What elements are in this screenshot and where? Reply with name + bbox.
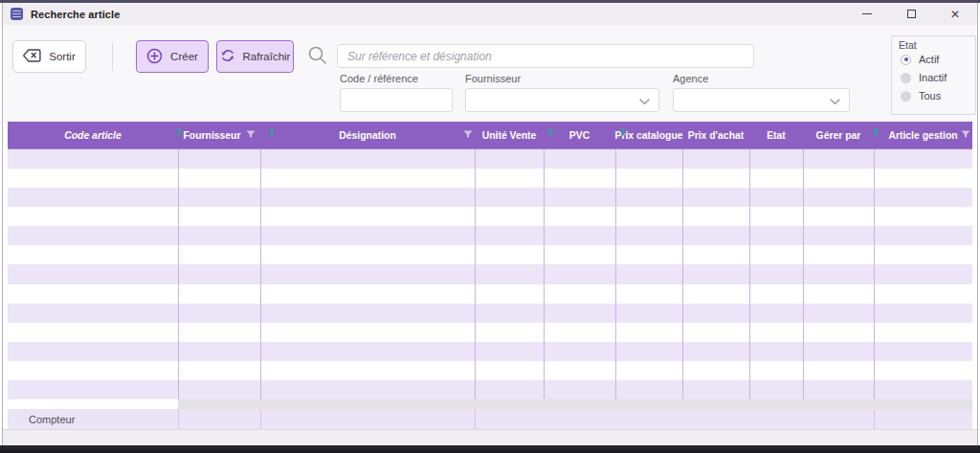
radio-icon xyxy=(901,73,911,83)
minimize-icon xyxy=(862,13,872,14)
column-separator xyxy=(682,149,683,399)
minimize-button[interactable] xyxy=(845,3,889,25)
toolbar: Sortir Créer Rafraîchir Code / référence… xyxy=(3,25,977,122)
table-row[interactable] xyxy=(8,264,972,283)
counter-label: Compteur xyxy=(29,414,75,425)
header-cell-3[interactable]: Unité Vente xyxy=(475,122,544,148)
header-cell-1[interactable]: Fournisseur xyxy=(178,122,260,148)
table-row[interactable] xyxy=(8,361,972,380)
column-separator xyxy=(615,149,616,399)
search-icon xyxy=(307,45,328,66)
double-arrow-icon xyxy=(269,123,275,140)
create-button[interactable]: Créer xyxy=(136,40,209,73)
agence-dropdown[interactable] xyxy=(673,88,850,112)
header-cell-label: Fournisseur xyxy=(183,130,240,141)
radio-option-actif[interactable]: Actif xyxy=(901,54,971,65)
scroll-zone xyxy=(8,399,972,409)
header-cell-4[interactable]: PVC xyxy=(544,122,615,148)
fournisseur-dropdown[interactable] xyxy=(465,88,659,112)
footer-bar xyxy=(3,429,977,445)
header-cell-label: Prix d'achat xyxy=(688,130,745,141)
header-cell-2[interactable]: Désignation xyxy=(260,122,475,148)
plus-circle-icon xyxy=(146,48,163,66)
exit-button[interactable]: Sortir xyxy=(12,40,86,73)
header-cell-label: Code article xyxy=(64,130,121,141)
column-separator xyxy=(749,149,750,399)
table-row[interactable] xyxy=(8,284,972,304)
column-separator xyxy=(178,149,179,399)
column-separator xyxy=(260,409,261,429)
close-button[interactable]: ✕ xyxy=(933,3,977,25)
table-row[interactable] xyxy=(8,245,972,264)
etat-options: ActifInactifTous xyxy=(901,54,971,102)
chevron-down-icon xyxy=(830,92,840,109)
header-cell-0[interactable]: Code article xyxy=(8,122,178,148)
fournisseur-label: Fournisseur xyxy=(465,73,521,84)
radio-option-label: Actif xyxy=(919,54,939,65)
double-arrow-icon xyxy=(547,123,553,140)
header-cell-label: Article gestion xyxy=(888,130,957,141)
refresh-button-label: Rafraîchir xyxy=(243,51,291,62)
column-separator xyxy=(544,149,545,399)
radio-option-inactif[interactable]: Inactif xyxy=(901,72,971,83)
column-separator xyxy=(475,409,476,429)
header-cell-label: Etat xyxy=(767,130,786,141)
table-row[interactable] xyxy=(8,380,972,399)
window-controls: ✕ xyxy=(845,3,977,25)
window-title: Recherche article xyxy=(31,9,120,20)
double-arrow-icon xyxy=(873,123,879,140)
radio-icon xyxy=(901,91,911,102)
chevron-down-icon xyxy=(639,92,650,109)
grid-body xyxy=(8,148,972,399)
column-separator xyxy=(874,149,875,399)
radio-option-tous[interactable]: Tous xyxy=(901,90,971,102)
header-cell-label: PVC xyxy=(569,130,590,141)
table-row[interactable] xyxy=(8,169,972,188)
header-cell-label: Unité Vente xyxy=(482,130,537,141)
header-cell-label: Désignation xyxy=(339,130,395,141)
header-cell-label: Gérer par xyxy=(816,130,861,141)
double-arrow-icon xyxy=(176,123,182,140)
funnel-icon[interactable] xyxy=(463,130,473,141)
column-separator xyxy=(178,409,179,429)
table-row[interactable] xyxy=(8,323,972,342)
table-row[interactable] xyxy=(8,226,972,245)
funnel-icon[interactable] xyxy=(246,130,256,141)
column-separator xyxy=(260,149,261,399)
refresh-icon xyxy=(220,48,235,65)
table-row[interactable] xyxy=(8,188,972,207)
exit-button-label: Sortir xyxy=(49,51,75,62)
close-icon: ✕ xyxy=(950,9,960,20)
create-button-label: Créer xyxy=(170,51,198,62)
search-input[interactable] xyxy=(337,44,754,68)
articles-grid: Code articleFournisseurDésignationUnité … xyxy=(8,122,972,429)
etat-label: Etat xyxy=(899,39,917,51)
recherche-article-window: Recherche article ✕ Sortir Créer Rafraî xyxy=(0,0,980,453)
table-row[interactable] xyxy=(8,207,972,226)
header-cell-9[interactable]: Article gestion xyxy=(874,122,972,148)
counter-row: Compteur xyxy=(8,409,972,429)
grid-header: Code articleFournisseurDésignationUnité … xyxy=(8,122,972,148)
app-icon xyxy=(11,8,23,20)
window-right-border xyxy=(977,3,978,445)
refresh-button[interactable]: Rafraîchir xyxy=(216,40,294,73)
table-row[interactable] xyxy=(8,304,972,323)
header-cell-7[interactable]: Etat xyxy=(749,122,803,148)
column-separator xyxy=(803,149,804,399)
code-reference-label: Code / référence xyxy=(340,73,418,84)
maximize-button[interactable] xyxy=(889,3,933,25)
agence-label: Agence xyxy=(673,73,708,84)
column-separator xyxy=(475,149,476,399)
table-row[interactable] xyxy=(8,149,972,169)
double-arrow-icon xyxy=(620,123,626,140)
header-cell-6[interactable]: Prix d'achat xyxy=(682,122,749,148)
funnel-icon[interactable] xyxy=(961,130,970,141)
table-row[interactable] xyxy=(8,342,972,361)
column-separator xyxy=(874,409,875,429)
code-reference-input[interactable] xyxy=(340,88,453,112)
header-cell-8[interactable]: Gérer par xyxy=(803,122,874,148)
radio-option-label: Tous xyxy=(919,90,941,102)
radio-icon xyxy=(901,55,911,65)
horizontal-scrollbar[interactable] xyxy=(178,399,972,409)
backspace-icon xyxy=(23,49,41,64)
